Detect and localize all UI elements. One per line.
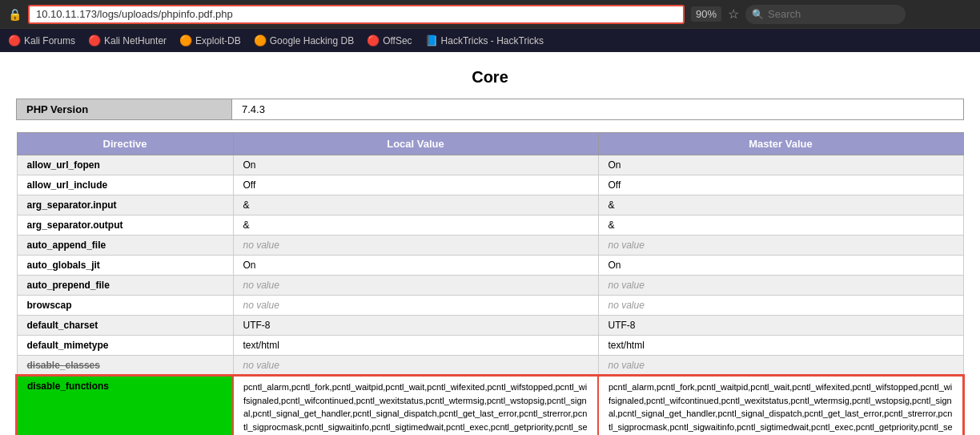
table-row: auto_globals_jitOnOn: [17, 256, 963, 276]
master-value-cell: Off: [598, 175, 963, 195]
local-value-cell: &: [233, 215, 598, 236]
master-value-cell: On: [598, 155, 963, 175]
local-value-cell: &: [233, 195, 598, 215]
master-value-cell: no value: [598, 356, 963, 377]
master-value-cell: no value: [598, 296, 963, 316]
offsec-icon: 🔴: [367, 34, 380, 46]
local-value-cell: text/html: [233, 336, 598, 356]
directive-name-cell: disable_functions: [17, 376, 233, 435]
table-row: disable_classesno valueno value: [17, 356, 963, 377]
bookmark-label: Kali NetHunter: [104, 35, 167, 46]
col-master-value: Master Value: [598, 133, 963, 155]
directive-name-cell: allow_url_include: [17, 175, 233, 195]
local-value-cell: UTF-8: [233, 316, 598, 336]
bookmark-label: HackTricks - HackTricks: [441, 35, 544, 46]
directive-name-cell: allow_url_fopen: [17, 155, 233, 175]
master-value-cell: &: [598, 195, 963, 215]
bookmark-label: Kali Forums: [24, 35, 75, 46]
table-row: auto_append_fileno valueno value: [17, 236, 963, 256]
bookmark-hacktricks[interactable]: 📘 HackTricks - HackTricks: [425, 34, 544, 46]
local-value-cell: no value: [233, 296, 598, 316]
local-value-cell: On: [233, 256, 598, 276]
kali-forums-icon: 🔴: [8, 34, 21, 46]
local-value-cell: Off: [233, 175, 598, 195]
bookmarks-bar: 🔴 Kali Forums 🔴 Kali NetHunter 🟠 Exploit…: [0, 28, 980, 52]
zoom-badge: 90%: [691, 6, 721, 22]
local-value-cell: On: [233, 155, 598, 175]
table-row: allow_url_fopenOnOn: [17, 155, 963, 175]
kali-nethunter-icon: 🔴: [88, 34, 101, 46]
directive-name-cell: disable_classes: [17, 356, 233, 377]
php-version-label: PHP Version: [16, 99, 232, 120]
bookmark-google-hacking[interactable]: 🟠 Google Hacking DB: [254, 34, 354, 46]
col-directive: Directive: [17, 133, 233, 155]
search-container: 🔍: [745, 5, 906, 24]
php-version-row: PHP Version 7.4.3: [16, 99, 964, 120]
directive-name-cell: arg_separator.output: [17, 215, 233, 236]
table-row: default_charsetUTF-8UTF-8: [17, 316, 963, 336]
bookmark-kali-forums[interactable]: 🔴 Kali Forums: [8, 34, 75, 46]
table-row: auto_prepend_fileno valueno value: [17, 276, 963, 296]
master-value-cell: text/html: [598, 336, 963, 356]
address-bar[interactable]: [28, 5, 685, 24]
local-value-cell: no value: [233, 236, 598, 256]
local-value-cell: no value: [233, 276, 598, 296]
bookmark-label: Exploit-DB: [195, 35, 241, 46]
master-value-cell: &: [598, 215, 963, 236]
table-row: browscapno valueno value: [17, 296, 963, 316]
bookmark-kali-nethunter[interactable]: 🔴 Kali NetHunter: [88, 34, 167, 46]
table-row: arg_separator.input&&: [17, 195, 963, 215]
hacktricks-icon: 📘: [425, 34, 438, 46]
bookmark-exploit-db[interactable]: 🟠 Exploit-DB: [179, 34, 241, 46]
local-value-cell: pcntl_alarm,pcntl_fork,pcntl_waitpid,pcn…: [233, 376, 598, 435]
directive-name-cell: auto_globals_jit: [17, 256, 233, 276]
table-row: disable_functionspcntl_alarm,pcntl_fork,…: [17, 376, 963, 435]
bookmark-star-icon[interactable]: ☆: [728, 6, 739, 22]
col-local-value: Local Value: [233, 133, 598, 155]
master-value-cell: UTF-8: [598, 316, 963, 336]
directives-table: Directive Local Value Master Value allow…: [16, 132, 964, 435]
section-title: Core: [16, 68, 964, 87]
table-row: default_mimetypetext/htmltext/html: [17, 336, 963, 356]
php-version-value: 7.4.3: [232, 99, 964, 120]
google-hacking-icon: 🟠: [254, 34, 267, 46]
directive-name-cell: auto_prepend_file: [17, 276, 233, 296]
bookmark-offsec[interactable]: 🔴 OffSec: [367, 34, 412, 46]
search-icon: 🔍: [752, 9, 764, 20]
master-value-cell: pcntl_alarm,pcntl_fork,pcntl_waitpid,pcn…: [598, 376, 963, 435]
directive-name-cell: arg_separator.input: [17, 195, 233, 215]
table-row: allow_url_includeOffOff: [17, 175, 963, 195]
local-value-cell: no value: [233, 356, 598, 377]
exploit-db-icon: 🟠: [179, 34, 192, 46]
master-value-cell: On: [598, 256, 963, 276]
master-value-cell: no value: [598, 236, 963, 256]
search-input[interactable]: [745, 5, 906, 24]
page-content: Core PHP Version 7.4.3 Directive Local V…: [0, 52, 980, 435]
bookmark-label: Google Hacking DB: [270, 35, 354, 46]
directive-name-cell: browscap: [17, 296, 233, 316]
directive-name-cell: auto_append_file: [17, 236, 233, 256]
directive-name-cell: default_charset: [17, 316, 233, 336]
browser-chrome: 🔒 90% ☆ 🔍: [0, 0, 980, 28]
lock-icon: 🔒: [8, 8, 22, 21]
directive-name-cell: default_mimetype: [17, 336, 233, 356]
bookmark-label: OffSec: [383, 35, 412, 46]
table-row: arg_separator.output&&: [17, 215, 963, 236]
master-value-cell: no value: [598, 276, 963, 296]
